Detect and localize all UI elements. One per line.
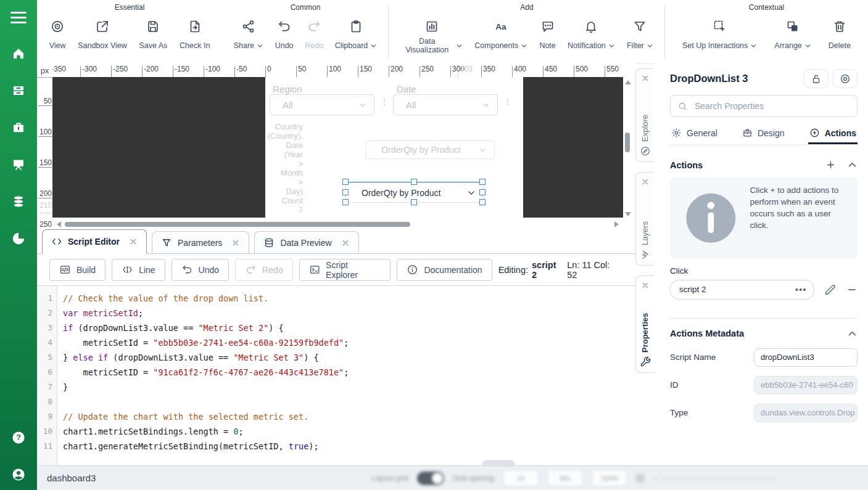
- toolbar-button-components[interactable]: Aa Components: [474, 19, 527, 55]
- vertical-scrollbar[interactable]: [623, 77, 632, 219]
- sidebar-item-database[interactable]: [11, 194, 26, 209]
- toolbar-button-filter[interactable]: Filter: [627, 19, 653, 55]
- sidebar-item-home[interactable]: [11, 46, 26, 61]
- script-explorer-button[interactable]: Script Explorer: [299, 259, 391, 281]
- click-action-script-field[interactable]: script 2 •••: [670, 280, 814, 300]
- close-icon[interactable]: [641, 178, 650, 186]
- toolbar-button-data-visualization[interactable]: Data Visualization: [400, 19, 463, 55]
- more-options-icon[interactable]: •••: [795, 284, 807, 295]
- selection-handle[interactable]: [342, 199, 349, 205]
- blurred-input[interactable]: Min: [547, 470, 583, 486]
- scroll-left-arrow[interactable]: [57, 221, 61, 227]
- toolbar-button-save-as[interactable]: Save As: [139, 19, 167, 55]
- add-action-button[interactable]: [825, 160, 836, 170]
- toolbar-button-check-in[interactable]: Check In: [180, 19, 210, 55]
- toolbar-button-arrange[interactable]: Arrange: [774, 19, 811, 55]
- side-tab-properties[interactable]: Properties: [635, 276, 654, 373]
- toolbar-button-notification[interactable]: Notification: [568, 19, 615, 55]
- close-icon[interactable]: [641, 74, 650, 83]
- sidebar-help-button[interactable]: ?: [11, 430, 26, 445]
- horizontal-scrollbar[interactable]: [52, 219, 635, 229]
- line-button[interactable]: Line: [112, 259, 165, 281]
- properties-tab-actions[interactable]: Actions: [808, 124, 858, 144]
- sidebar-item-pie-chart[interactable]: [11, 231, 26, 246]
- scroll-down-arrow[interactable]: [625, 212, 631, 216]
- collapse-section-icon[interactable]: [847, 160, 858, 170]
- ruler-tick: [296, 66, 297, 77]
- build-button[interactable]: Build: [49, 259, 105, 281]
- sidebar-item-briefcase[interactable]: [11, 120, 26, 135]
- sidebar-user-button[interactable]: [11, 467, 26, 482]
- code-line[interactable]: 11chart1.generateMetricSetBinding(metric…: [37, 439, 635, 454]
- panel-tab-parameters[interactable]: Parameters: [152, 231, 249, 253]
- toolbar-button-label: Save As: [139, 36, 167, 55]
- code-line[interactable]: 7}: [37, 380, 635, 394]
- layout-grid-toggle[interactable]: [417, 472, 444, 485]
- code-line[interactable]: 5} else if (dropDownList3.value == "Metr…: [37, 350, 635, 365]
- code-line[interactable]: 2var metricSetId;: [37, 306, 635, 321]
- toolbar-button-view[interactable]: View: [49, 19, 66, 55]
- selection-handle[interactable]: [342, 189, 349, 195]
- dropdown-orderqty-ghost[interactable]: OrderQty by Product: [365, 141, 495, 159]
- scroll-up-arrow[interactable]: [625, 80, 631, 84]
- menu-button[interactable]: [0, 0, 37, 35]
- code-line[interactable]: 3if (dropDownList3.value == "Metric Set …: [37, 321, 635, 335]
- toolbar-button-sandbox-view[interactable]: Sandbox View: [78, 19, 127, 55]
- code-editor[interactable]: 1// Check the value of the drop down lis…: [37, 286, 635, 471]
- selection-handle[interactable]: [479, 189, 486, 195]
- vertical-scroll-thumb[interactable]: [625, 133, 630, 152]
- preview-eye-button[interactable]: [833, 69, 858, 88]
- close-icon[interactable]: [129, 237, 138, 246]
- documentation-button[interactable]: Documentation: [397, 259, 492, 281]
- horizontal-scroll-thumb[interactable]: [65, 222, 410, 227]
- ruler-tick: [80, 66, 81, 77]
- properties-tab-design[interactable]: Design: [741, 124, 786, 144]
- code-line[interactable]: 6 metricSetID = "91ca61f2-7f6c-4767-ae26…: [37, 365, 635, 380]
- close-icon[interactable]: [641, 281, 650, 290]
- scroll-right-arrow[interactable]: [614, 221, 619, 227]
- remove-action-button[interactable]: [846, 284, 858, 295]
- toolbar-button-share[interactable]: Share: [234, 19, 263, 55]
- date-filter-dropdown[interactable]: All: [393, 94, 498, 115]
- toolbar-button-delete[interactable]: Delete: [829, 19, 851, 55]
- lock-button[interactable]: [804, 69, 829, 88]
- blurred-input[interactable]: 10: [503, 470, 539, 486]
- panel-tab-script-editor[interactable]: Script Editor: [42, 229, 147, 254]
- code-line[interactable]: 1// Check the value of the drop down lis…: [37, 291, 635, 306]
- sidebar-item-archive[interactable]: [11, 83, 26, 98]
- edit-action-button[interactable]: [825, 284, 836, 295]
- script-name-field[interactable]: dropDownList3: [754, 348, 858, 367]
- code-line[interactable]: 4 metricSetId = "ebb5b03e-2741-ee54-c60a…: [37, 335, 635, 350]
- selection-handle[interactable]: [479, 199, 486, 205]
- sidebar-item-presentation[interactable]: [11, 157, 26, 172]
- side-tab-layers[interactable]: Layers: [635, 172, 654, 266]
- close-icon[interactable]: [231, 239, 240, 247]
- side-tab-explore[interactable]: Explore: [635, 68, 654, 162]
- code-line[interactable]: 8: [37, 394, 635, 409]
- chart-dark-area-left[interactable]: [52, 77, 265, 218]
- selection-handle[interactable]: [411, 179, 417, 185]
- search-properties-input[interactable]: [693, 100, 850, 112]
- chart-dark-area-right[interactable]: [523, 77, 623, 218]
- selection-handle[interactable]: [342, 179, 349, 185]
- undo-button[interactable]: Undo: [172, 259, 229, 281]
- dashboard-canvas[interactable]: Region All Date All Country(Country),Dat…: [52, 77, 635, 219]
- toolbar-button-note[interactable]: Note: [539, 19, 555, 55]
- selection-handle[interactable]: [479, 179, 486, 185]
- region-filter-handle-icon[interactable]: [379, 96, 389, 108]
- code-line[interactable]: 10chart1.metricSetBindings.length = 0;: [37, 424, 635, 439]
- blurred-input[interactable]: 100%: [592, 470, 627, 486]
- selection-handle[interactable]: [411, 199, 417, 205]
- search-properties-box[interactable]: [670, 95, 858, 117]
- region-filter-dropdown[interactable]: All: [270, 94, 374, 115]
- code-line[interactable]: 9// Update the chart with the selected m…: [37, 409, 635, 424]
- zoom-slider[interactable]: [653, 478, 777, 479]
- toolbar-button-set-up-interactions[interactable]: Set Up Interactions: [682, 19, 757, 55]
- properties-tab-general[interactable]: General: [670, 124, 719, 144]
- toolbar-button-clipboard[interactable]: Clipboard: [335, 19, 378, 55]
- collapse-section-icon[interactable]: [847, 329, 858, 339]
- date-filter-handle-icon[interactable]: [503, 96, 513, 108]
- toolbar-button-undo[interactable]: Undo: [275, 19, 294, 55]
- close-icon[interactable]: [341, 239, 350, 247]
- panel-tab-data-preview[interactable]: Data Preview: [254, 231, 358, 253]
